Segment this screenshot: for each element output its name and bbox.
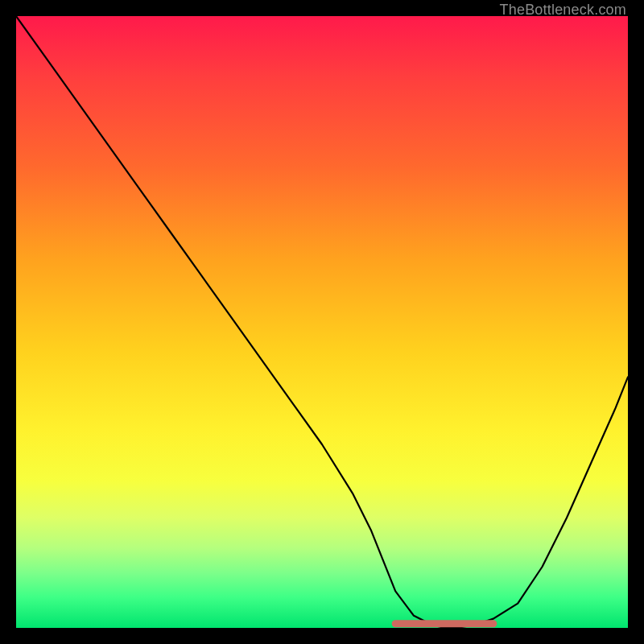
gradient-plot-area: [16, 16, 628, 628]
watermark-text: TheBottleneck.com: [500, 2, 626, 19]
chart-svg: [16, 16, 628, 628]
bottleneck-curve: [16, 16, 628, 628]
